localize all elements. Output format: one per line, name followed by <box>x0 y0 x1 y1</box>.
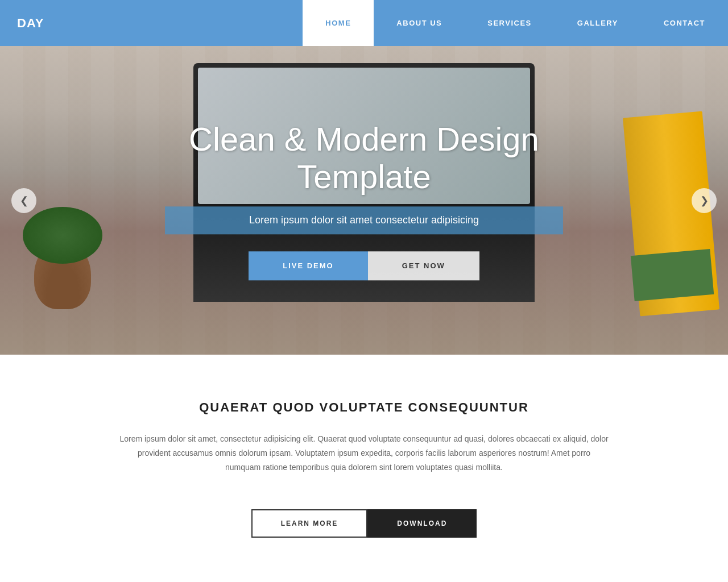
learn-more-button[interactable]: LEARN MORE <box>251 509 368 538</box>
nav-links: HOME ABOUT US SERVICES GALLERY CONTACT <box>303 0 728 46</box>
content-buttons: LEARN MORE DOWNLOAD <box>114 509 614 538</box>
content-section: QUAERAT QUOD VOLUPTATE CONSEQUUNTUR Lore… <box>0 355 728 572</box>
download-button[interactable]: DOWNLOAD <box>367 509 477 538</box>
chevron-right-icon: ❯ <box>700 194 709 207</box>
content-heading: QUAERAT QUOD VOLUPTATE CONSEQUUNTUR <box>114 400 614 415</box>
hero-section: ❮ ❯ Clean & Modern Design Template Lorem… <box>0 46 728 355</box>
content-text: Lorem ipsum dolor sit amet, consectetur … <box>119 432 609 475</box>
nav-item-contact[interactable]: CONTACT <box>641 0 728 46</box>
nav-item-about[interactable]: ABOUT US <box>374 0 465 46</box>
hero-title: Clean & Modern Design Template <box>165 120 563 196</box>
hero-subtitle: Lorem ipsum dolor sit amet consectetur a… <box>165 206 563 234</box>
nav-item-services[interactable]: SERVICES <box>465 0 555 46</box>
hero-book-green <box>631 249 714 301</box>
hero-buttons: LIVE DEMO GET NOW <box>165 251 563 280</box>
brand-logo[interactable]: DAY <box>0 16 303 31</box>
hero-plant-leaves <box>23 207 102 264</box>
hero-next-button[interactable]: ❯ <box>692 188 717 213</box>
nav-item-gallery[interactable]: GALLERY <box>555 0 641 46</box>
get-now-button[interactable]: GET NOW <box>368 251 479 280</box>
chevron-left-icon: ❮ <box>20 194 28 207</box>
hero-content: Clean & Modern Design Template Lorem ips… <box>165 120 563 280</box>
nav-item-home[interactable]: HOME <box>303 0 374 46</box>
hero-prev-button[interactable]: ❮ <box>11 188 36 213</box>
live-demo-button[interactable]: LIVE DEMO <box>249 251 368 280</box>
navbar: DAY HOME ABOUT US SERVICES GALLERY CONTA… <box>0 0 728 46</box>
